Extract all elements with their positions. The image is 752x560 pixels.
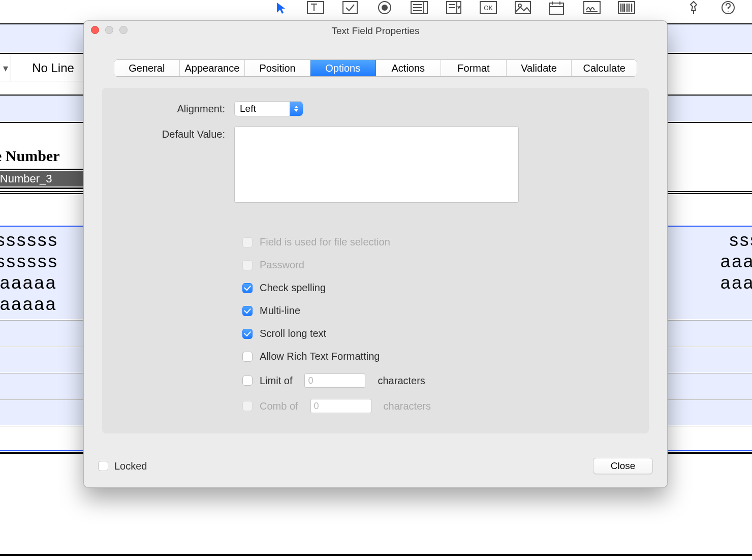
multi-line-row[interactable]: Multi-line [242,305,629,317]
file-selection-label: Field is used for file selection [260,236,390,248]
ok-button-icon[interactable]: OK [480,1,497,15]
line-style-label: No Line [11,61,95,75]
svg-rect-10 [549,3,563,14]
options-panel: Alignment: Left Default Value: Field is … [102,88,649,433]
checkbox-icon[interactable] [341,1,359,15]
scroll-long-text-label: Scroll long text [260,328,326,339]
select-stepper-icon[interactable] [290,102,303,116]
dialog-titlebar[interactable]: Text Field Properties [84,21,667,41]
locked-label: Locked [114,460,147,472]
locked-row[interactable]: Locked [98,460,147,472]
close-button-label: Close [611,460,636,472]
tab-position[interactable]: Position [245,60,310,76]
password-label: Password [260,259,304,271]
rich-text-checkbox[interactable] [242,352,253,362]
default-value-input[interactable] [234,127,519,203]
tab-general[interactable]: General [114,60,180,76]
image-field-icon[interactable] [514,1,531,15]
form-tools-toolbar: OK [0,0,752,15]
dialog-footer: Locked Close [98,458,653,474]
list-box-icon[interactable] [411,1,428,15]
svg-point-3 [382,5,387,10]
limit-of-checkbox[interactable] [242,376,253,386]
close-button[interactable]: Close [593,458,653,474]
page-number-heading: age Number [0,148,59,164]
window-close-icon[interactable] [91,26,99,34]
password-row: Password [242,259,629,271]
check-spelling-checkbox[interactable] [242,283,253,293]
radio-button-icon[interactable] [376,1,393,15]
limit-of-label: Limit of [260,375,292,387]
check-spelling-label: Check spelling [260,282,326,294]
text-field-properties-dialog: Text Field Properties General Appearance… [83,20,668,488]
comb-of-input [310,399,371,413]
dropdown-icon[interactable] [445,1,462,15]
comb-of-suffix: characters [384,400,431,412]
multi-line-label: Multi-line [260,305,300,317]
page-number-field-chip[interactable]: age Number_3 [0,169,92,189]
text-field-icon[interactable] [307,1,324,15]
limit-of-input[interactable] [304,374,365,388]
properties-tabs: General Appearance Position Options Acti… [114,59,637,77]
comb-of-row: Comb of characters [242,399,629,413]
alignment-select[interactable]: Left [234,101,303,116]
multi-line-checkbox[interactable] [242,306,253,316]
line-style-selector[interactable]: ▾ No Line [0,55,96,81]
tab-options[interactable]: Options [310,60,376,76]
alignment-value: Left [240,103,256,114]
svg-rect-8 [515,2,530,14]
window-minimize-icon [105,26,113,34]
file-selection-checkbox [242,237,253,247]
help-icon[interactable] [719,1,737,15]
svg-point-9 [518,4,521,7]
tab-calculate[interactable]: Calculate [572,60,637,76]
rich-text-row[interactable]: Allow Rich Text Formatting [242,351,629,362]
scroll-long-text-row[interactable]: Scroll long text [242,328,629,339]
limit-of-suffix: characters [378,375,425,387]
rich-text-label: Allow Rich Text Formatting [260,351,380,362]
file-selection-row: Field is used for file selection [242,236,629,248]
alignment-label: Alignment: [122,101,234,115]
date-field-icon[interactable] [549,1,566,15]
tab-appearance[interactable]: Appearance [180,60,245,76]
document-rule [0,554,752,556]
locked-checkbox[interactable] [98,461,108,471]
svg-rect-0 [307,2,324,14]
pin-icon[interactable] [685,1,702,15]
limit-of-row[interactable]: Limit of characters [242,374,629,388]
password-checkbox [242,260,253,270]
svg-rect-1 [343,2,357,14]
default-value-label: Default Value: [122,127,234,140]
tab-format[interactable]: Format [441,60,507,76]
signature-field-icon[interactable] [583,1,601,15]
svg-text:OK: OK [484,5,492,12]
dialog-title: Text Field Properties [84,25,667,37]
tab-validate[interactable]: Validate [507,60,572,76]
comb-of-label: Comb of [260,400,298,412]
check-spelling-row[interactable]: Check spelling [242,282,629,294]
cursor-icon[interactable] [272,1,290,15]
dropdown-caret-icon: ▾ [0,55,11,81]
comb-of-checkbox [242,401,253,411]
tab-actions[interactable]: Actions [376,60,442,76]
window-controls [91,26,128,34]
window-zoom-icon [119,26,128,34]
scroll-long-text-checkbox[interactable] [242,329,253,339]
barcode-field-icon[interactable] [618,1,635,15]
